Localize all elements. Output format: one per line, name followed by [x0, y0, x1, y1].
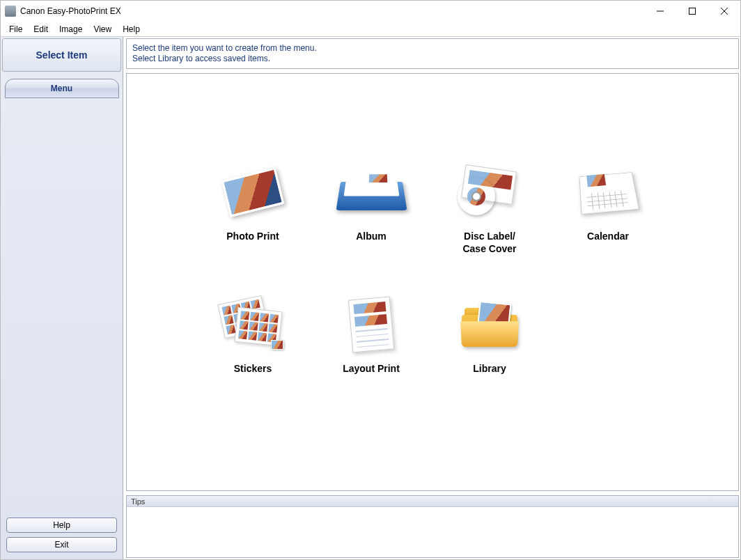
window-controls	[644, 1, 740, 22]
app-title: Canon Easy-PhotoPrint EX	[20, 6, 644, 16]
app-window: Canon Easy-PhotoPrint EX File Edit Image…	[0, 0, 741, 560]
menubar: File Edit Image View Help	[1, 22, 740, 37]
item-disc-label[interactable]: Disc Label/ Case Cover	[430, 164, 549, 255]
item-calendar-label: Calendar	[587, 230, 629, 242]
maximize-button[interactable]	[676, 1, 708, 22]
exit-button-label: Exit	[54, 540, 68, 550]
menu-view[interactable]: View	[88, 23, 117, 36]
item-album-label: Album	[356, 230, 387, 242]
minimize-button[interactable]	[644, 1, 676, 22]
exit-button[interactable]: Exit	[6, 537, 117, 552]
item-disc-label-label: Disc Label/ Case Cover	[462, 230, 516, 255]
sidebar-bottom: Help Exit	[2, 515, 121, 558]
menu-help[interactable]: Help	[117, 23, 146, 36]
menu-image[interactable]: Image	[54, 23, 88, 36]
maximize-icon	[689, 8, 696, 15]
item-library-label: Library	[473, 362, 506, 375]
item-photo-print-label: Photo Print	[226, 230, 279, 242]
app-icon	[5, 6, 16, 17]
tips-header: Tips	[127, 496, 738, 507]
help-button[interactable]: Help	[6, 518, 117, 533]
instruction-line1: Select the item you want to create from …	[132, 43, 733, 54]
sidebar-spacer	[2, 98, 121, 515]
menu-edit[interactable]: Edit	[28, 23, 54, 36]
item-photo-print[interactable]: Photo Print	[194, 164, 312, 255]
minimize-icon	[657, 8, 664, 15]
item-library[interactable]: Library	[430, 297, 549, 375]
layout-print-icon	[336, 297, 406, 352]
svg-rect-1	[689, 8, 696, 15]
item-calendar[interactable]: Calendar	[549, 164, 667, 255]
titlebar: Canon Easy-PhotoPrint EX	[1, 1, 740, 22]
item-stickers[interactable]: Stickers	[194, 297, 312, 375]
instruction-box: Select the item you want to create from …	[126, 38, 739, 69]
body: Select Item Menu Help Exit Select the it…	[1, 37, 740, 559]
item-album[interactable]: Album	[312, 164, 430, 255]
sidebar-header: Select Item	[2, 38, 121, 72]
instruction-line2: Select Library to access saved items.	[132, 54, 733, 64]
item-grid: Photo Print Album Disc Label/ Case Cover	[194, 164, 724, 375]
main: Select the item you want to create from …	[123, 37, 740, 559]
item-layout-print-label: Layout Print	[343, 362, 400, 375]
item-stickers-label: Stickers	[234, 362, 272, 375]
menu-file[interactable]: File	[3, 23, 28, 36]
tab-menu[interactable]: Menu	[5, 79, 119, 98]
sidebar: Select Item Menu Help Exit	[1, 37, 123, 559]
sidebar-header-label: Select Item	[36, 49, 88, 61]
stickers-icon	[218, 297, 288, 352]
help-button-label: Help	[53, 520, 70, 530]
disc-label-icon	[455, 164, 524, 220]
album-icon	[336, 164, 406, 220]
item-layout-print[interactable]: Layout Print	[312, 297, 430, 375]
close-icon	[721, 8, 728, 15]
photo-print-icon	[218, 164, 288, 220]
close-button[interactable]	[708, 1, 740, 22]
content-box: Photo Print Album Disc Label/ Case Cover	[126, 73, 739, 491]
library-icon	[455, 297, 524, 352]
calendar-icon	[573, 164, 643, 220]
tips-box: Tips	[126, 495, 739, 558]
tab-menu-label: Menu	[51, 84, 72, 93]
